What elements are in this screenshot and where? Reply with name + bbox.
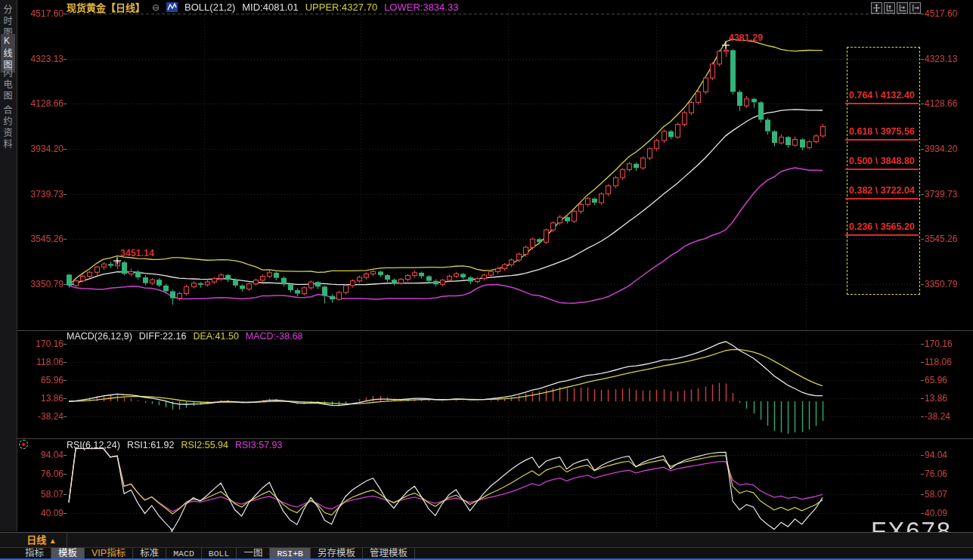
macd-diff-value: DIFF:22.16 (139, 331, 187, 342)
tab-save-template[interactable]: 另存模板 (311, 548, 363, 559)
macd-axis-label-right: -38.24 (925, 411, 950, 422)
macd-axis-label-left: 170.16 (15, 339, 64, 349)
tab-one-chart[interactable]: 一图 (237, 548, 270, 559)
tab-standard[interactable]: 标准 (133, 548, 166, 559)
zoom-x-axis-button[interactable] (897, 2, 908, 14)
symbol-title: 现货黄金【日线】 (67, 0, 145, 14)
chart-header: 现货黄金【日线】 ⊖ BOLL(21,2) MID:4081.01 UPPER:… (67, 1, 458, 14)
period-arrow-icon: ▲ (49, 537, 57, 545)
time-axis-row: 日线 ▲ (0, 532, 973, 547)
macd-axis-label-right: 170.16 (925, 339, 953, 349)
fib-level-line[interactable] (845, 234, 919, 236)
sidebar-item-lightning-chart[interactable]: 闪电图 (1, 67, 15, 104)
fibonacci-retracement-box[interactable] (847, 47, 920, 295)
macd-axis-label-left: -38.24 (15, 411, 64, 422)
rsi1-value: RSI1:61.92 (127, 440, 175, 450)
price-axis-label-right: 3934.20 (925, 144, 957, 154)
fib-level-line[interactable] (845, 139, 919, 141)
fib-level-label: 0.382 \ 3722.04 (849, 185, 915, 196)
tab-vip-indicators[interactable]: VIP指标 (85, 548, 133, 559)
macd-axis-label-right: 65.96 (925, 375, 947, 385)
rsi-axis-label-left: 58.07 (15, 489, 64, 500)
rsi3-value: RSI3:57.93 (235, 440, 283, 450)
crosshair-tool-button[interactable] (871, 2, 882, 14)
rsi-axis-label-left: 94.04 (15, 450, 64, 460)
panel-separator-macd-rsi (17, 438, 973, 439)
rsi-panel-marker-icon[interactable] (19, 440, 28, 449)
price-axis-label-right: 4128.66 (925, 98, 957, 109)
tab-templates[interactable]: 模板 (51, 548, 85, 559)
peak-price-annotation: 4381.29 (729, 32, 763, 43)
fib-level-label: 0.236 \ 3565.20 (849, 221, 915, 232)
macd-axis-label-left: 118.06 (15, 357, 64, 367)
collapse-indicator-icon[interactable]: ⊖ (152, 2, 160, 13)
boll-mid-value: MID:4081.01 (242, 2, 298, 13)
tab-rsi-b[interactable]: RSI+B (270, 548, 311, 559)
boll-lower-value: LOWER:3834.33 (384, 2, 458, 13)
price-axis-label-left: 4517.60 (15, 8, 64, 19)
boll-indicator-icon (166, 2, 178, 12)
rsi-axis-label-left: 40.09 (15, 508, 64, 518)
rsi-axis-label-right: 94.04 (925, 450, 947, 460)
rsi-name-label: RSI(6,12,24) (67, 440, 120, 450)
tab-boll[interactable]: BOLL (202, 548, 237, 559)
fib-level-label: 0.500 \ 3848.80 (849, 156, 915, 166)
boll-name-label: BOLL(21,2) (184, 2, 235, 13)
fib-level-line[interactable] (845, 103, 919, 104)
price-axis-label-left: 4128.66 (15, 98, 64, 109)
price-axis-label-left: 3545.26 (15, 234, 64, 244)
macd-dea-value: DEA:41.50 (193, 331, 238, 342)
rsi-axis-label-right: 76.06 (925, 469, 947, 479)
data-gap-marker-icon: ∨ (169, 526, 175, 534)
chart-app: 分时图 K线图 闪电图 合约资料 现货黄金【日线】 ⊖ BOLL(21,2) M… (0, 0, 973, 560)
rsi-panel-header: RSI(6,12,24) RSI1:61.92 RSI2:55.94 RSI3:… (67, 440, 283, 450)
macd-axis-label-right: 13.86 (925, 393, 947, 404)
macd-name-label: MACD(26,12,9) (67, 331, 132, 342)
tab-manage-templates[interactable]: 管理模板 (363, 548, 415, 559)
price-axis-label-left: 4323.13 (15, 54, 64, 64)
rsi-axis-label-right: 58.07 (925, 489, 947, 500)
macd-panel-header: MACD(26,12,9) DIFF:22.16 DEA:41.50 MACD:… (67, 331, 303, 342)
macd-axis-label-left: 13.86 (15, 393, 64, 404)
sidebar-item-contract-info[interactable]: 合约资料 (1, 104, 15, 152)
rsi2-value: RSI2:55.94 (181, 440, 228, 450)
fib-level-label: 0.764 \ 4132.40 (849, 90, 915, 101)
expand-pane-button[interactable] (909, 2, 921, 14)
boll-upper-value: UPPER:4327.70 (305, 2, 377, 13)
chart-canvas[interactable] (0, 0, 973, 560)
macd-axis-label-right: 118.06 (925, 357, 952, 367)
price-axis-label-right: 4323.13 (925, 54, 957, 64)
fib-level-line[interactable] (845, 169, 919, 170)
fib-level-line[interactable] (845, 198, 919, 200)
period-selector[interactable]: 日线 ▲ (17, 533, 67, 547)
price-axis-label-right: 3350.79 (925, 279, 957, 289)
macd-axis-label-left: 65.96 (15, 375, 64, 385)
local-high-annotation: 3451.14 (120, 248, 154, 258)
zoom-y-axis-button[interactable] (884, 2, 895, 14)
price-axis-label-right: 3739.73 (925, 189, 957, 200)
price-axis-label-left: 3934.20 (15, 144, 64, 154)
fib-level-label: 0.618 \ 3975.56 (849, 126, 915, 137)
price-axis-label-right: 4517.60 (925, 8, 957, 19)
tab-macd[interactable]: MACD (166, 548, 202, 559)
price-axis-label-left: 3739.73 (15, 189, 64, 200)
rsi-axis-label-left: 76.06 (15, 469, 64, 479)
price-axis-label-right: 3545.26 (925, 234, 957, 244)
tab-indicators[interactable]: 指标 (18, 548, 51, 559)
macd-bar-value: MACD:-38.68 (246, 331, 303, 342)
indicator-tab-bar: 指标 模板 VIP指标 标准 MACD BOLL 一图 RSI+B 另存模板 管… (0, 547, 973, 558)
price-axis-label-left: 3350.79 (15, 279, 64, 289)
